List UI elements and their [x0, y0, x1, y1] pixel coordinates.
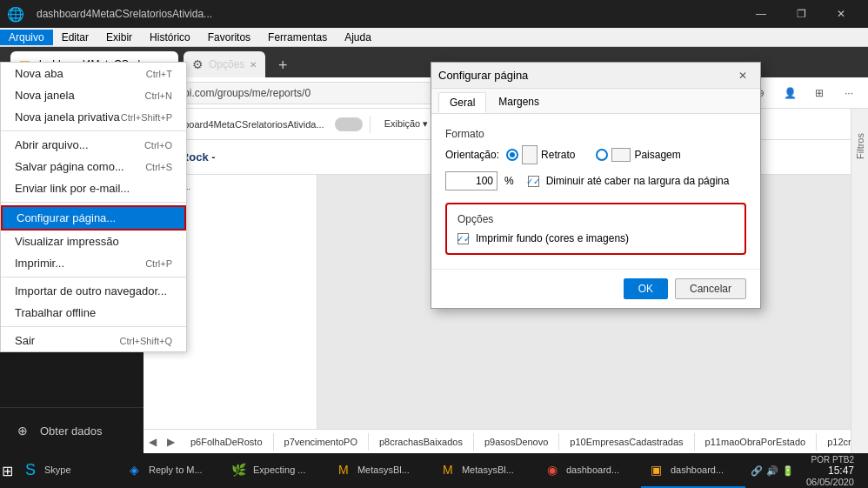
- dialog-titlebar: Configurar página ✕: [431, 63, 760, 89]
- minimize-button[interactable]: —: [741, 0, 781, 28]
- menu-configurar-pagina[interactable]: Configurar página...: [1, 205, 186, 231]
- portrait-option[interactable]: Retrato: [506, 145, 575, 164]
- start-button[interactable]: ⊞: [0, 453, 15, 488]
- bottom-tab-p9[interactable]: p9asosDenovo: [474, 433, 559, 451]
- portrait-radio[interactable]: [506, 149, 518, 161]
- sidebar-item-getdata[interactable]: ⊕ Obter dados: [0, 415, 144, 446]
- dialog-title: Configurar página: [438, 69, 732, 82]
- menu-favoritos[interactable]: Favoritos: [199, 30, 259, 45]
- bottom-tab-p7[interactable]: p7vencimentoPO: [274, 433, 369, 451]
- maximize-button[interactable]: ❐: [781, 0, 821, 28]
- menu-divider-1: [1, 130, 186, 131]
- format-label: Formato: [445, 128, 746, 140]
- cancel-button[interactable]: Cancelar: [675, 278, 746, 299]
- print-bg-label: Imprimir fundo (cores e imagens): [476, 232, 629, 244]
- taskbar-system-icons: 🔗 🔊 🔋: [745, 465, 799, 477]
- menu-nova-aba[interactable]: Nova aba Ctrl+T: [1, 63, 186, 84]
- taskbar-app-expecting-label: Expecting ...: [253, 465, 306, 475]
- dialog-tab-geral[interactable]: Geral: [438, 92, 486, 113]
- menu-historico[interactable]: Histórico: [141, 30, 199, 45]
- menu-divider-3: [1, 277, 186, 277]
- menu-abrir-arquivo[interactable]: Abrir arquivo... Ctrl+O: [1, 134, 186, 156]
- menu-sair[interactable]: Sair Ctrl+Shift+Q: [1, 330, 186, 351]
- dialog-tabs: Geral Margens: [431, 89, 760, 114]
- dialog-body: Formato Orientação: Retrato Paisagem %: [431, 114, 760, 269]
- menu-divider-2: [1, 202, 186, 203]
- menu-nova-janela[interactable]: Nova janela Ctrl+N: [1, 84, 186, 106]
- options-title: Opções: [457, 213, 734, 225]
- taskbar-app-reply[interactable]: ◈ Reply to M...: [119, 453, 224, 488]
- orientation-label: Orientação:: [445, 149, 499, 161]
- fit-label: Diminuir até caber na largura da página: [546, 175, 730, 187]
- bottom-tab-p8[interactable]: p8crachasBaixados: [369, 433, 474, 451]
- ok-button[interactable]: OK: [624, 278, 668, 299]
- tab-opcoes-close-button[interactable]: ✕: [250, 60, 257, 70]
- network-icon: 🔗: [751, 465, 763, 477]
- menu-editar[interactable]: Editar: [53, 30, 97, 45]
- bottom-tab-p10[interactable]: p10EmpresasCadastradas: [559, 433, 694, 451]
- toolbar-separator-1: [370, 116, 371, 133]
- close-button[interactable]: ✕: [821, 0, 861, 28]
- landscape-preview: [611, 148, 631, 162]
- taskbar-app-dashboard1[interactable]: ◉ dashboard...: [537, 453, 641, 488]
- print-bg-checkbox[interactable]: ✓: [457, 233, 469, 244]
- metasys2-icon: M: [439, 461, 457, 478]
- battery-icon: 🔋: [782, 465, 794, 477]
- taskbar: ⊞ S Skype ◈ Reply to M... 🌿 Expecting ..…: [0, 453, 868, 488]
- portrait-preview: [522, 145, 537, 164]
- print-bg-checkbox-container: ✓ Imprimir fundo (cores e imagens): [457, 232, 734, 244]
- landscape-label: Paisagem: [634, 149, 680, 161]
- menu-nova-janela-privativa[interactable]: Nova janela privativa Ctrl+Shift+P: [1, 106, 186, 128]
- taskbar-app-dashboard2[interactable]: ▣ dashboard...: [641, 453, 745, 488]
- landscape-option[interactable]: Paisagem: [596, 148, 680, 162]
- menu-arquivo[interactable]: Arquivo: [0, 30, 53, 45]
- tabs-next-button[interactable]: ▶: [162, 436, 180, 448]
- toggle-button[interactable]: [335, 117, 363, 131]
- sidebar-item-getdata-label: Obter dados: [40, 424, 103, 438]
- reply-icon: ◈: [126, 461, 144, 478]
- taskbar-app-expecting[interactable]: 🌿 Expecting ...: [224, 453, 328, 488]
- menu-ferramentas[interactable]: Ferramentas: [259, 30, 336, 45]
- taskbar-app-metasys1[interactable]: M MetasysBl...: [328, 453, 432, 488]
- tabs-prev-button[interactable]: ◀: [144, 436, 162, 448]
- format-group: Formato Orientação: Retrato Paisagem %: [445, 128, 746, 191]
- dialog-close-button[interactable]: ✕: [732, 65, 753, 86]
- metasys1-icon: M: [335, 461, 352, 478]
- taskbar-date: 06/05/2020: [806, 477, 854, 487]
- menu-enviar-link[interactable]: Enviar link por e-mail...: [1, 177, 186, 199]
- new-tab-button[interactable]: +: [270, 53, 295, 77]
- bottom-tab-p12[interactable]: p12crachasManutCorret: [817, 433, 851, 451]
- menu-trabalhar-offline[interactable]: Trabalhar offline: [1, 302, 186, 324]
- filters-label: Filtros: [855, 133, 865, 159]
- scale-unit: %: [504, 175, 514, 187]
- menu-imprimir[interactable]: Imprimir... Ctrl+P: [1, 252, 186, 274]
- tab-opcoes[interactable]: ⚙ Opções ✕: [184, 51, 265, 77]
- more-button[interactable]: ···: [837, 81, 861, 105]
- extensions-button[interactable]: ⊞: [807, 81, 831, 105]
- bottom-tab-p11[interactable]: p11maoObraPorEstado: [695, 433, 818, 451]
- right-sidebar: Filtros: [851, 109, 868, 453]
- scale-row: % ✓ Diminuir até caber na largura da pág…: [445, 171, 746, 191]
- menu-exibir[interactable]: Exibir: [97, 30, 141, 45]
- menu-visualizar-impressao[interactable]: Visualizar impressão: [1, 231, 186, 252]
- menu-salvar-pagina[interactable]: Salvar página como... Ctrl+S: [1, 156, 186, 177]
- taskbar-app-skype[interactable]: S Skype: [15, 453, 119, 488]
- bottom-tab-p6[interactable]: p6FolhaDeRosto: [180, 433, 274, 451]
- options-box: Opções ✓ Imprimir fundo (cores e imagens…: [445, 203, 746, 255]
- landscape-radio[interactable]: [596, 149, 608, 161]
- taskbar-app-metasys2[interactable]: M MetasysBl...: [432, 453, 537, 488]
- taskbar-apps: S Skype ◈ Reply to M... 🌿 Expecting ... …: [15, 453, 745, 488]
- page-setup-dialog: Configurar página ✕ Geral Margens Format…: [431, 62, 761, 309]
- exibicao-button[interactable]: Exibição ▾: [377, 117, 436, 131]
- scale-input[interactable]: [445, 171, 497, 191]
- profile-button[interactable]: 👤: [778, 81, 802, 105]
- menu-importar[interactable]: Importar de outro navegador...: [1, 280, 186, 302]
- menu-bar: Arquivo Editar Exibir Histórico Favorito…: [0, 28, 868, 47]
- menu-ajuda[interactable]: Ajuda: [336, 30, 380, 45]
- orientation-row: Orientação: Retrato Paisagem: [445, 145, 746, 164]
- dialog-tab-margens[interactable]: Margens: [488, 92, 550, 113]
- taskbar-right: 🔗 🔊 🔋 POR PTB2 15:47 06/05/2020: [745, 455, 868, 487]
- taskbar-app-reply-label: Reply to M...: [149, 465, 203, 475]
- volume-icon: 🔊: [766, 465, 778, 477]
- fit-checkbox[interactable]: ✓: [528, 176, 539, 187]
